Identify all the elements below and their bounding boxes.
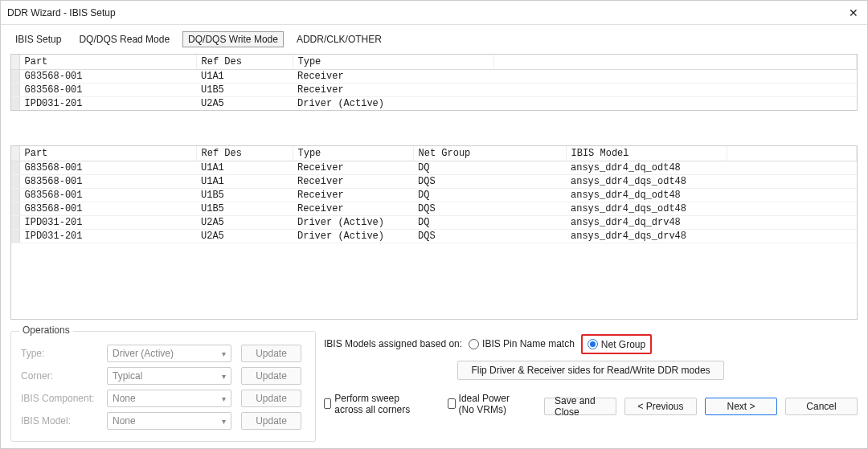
client-area: IBIS Setup DQ/DQS Read Mode DQ/DQS Write… bbox=[1, 25, 867, 448]
cell-type: Driver (Active) bbox=[293, 97, 493, 111]
cell-refdes: U1B5 bbox=[196, 189, 293, 202]
save-and-close-button[interactable]: Save and Close bbox=[544, 398, 616, 415]
cell-ibismodel: ansys_ddr4_dq_odt48 bbox=[566, 189, 727, 202]
table-row[interactable]: G83568-001U1A1ReceiverDQSansys_ddr4_dqs_… bbox=[11, 175, 857, 189]
table-row[interactable]: IPD031-201U2A5Driver (Active)DQSansys_dd… bbox=[11, 230, 857, 243]
ops-update-button-2[interactable]: Update bbox=[241, 390, 301, 407]
cell-type: Receiver bbox=[293, 161, 413, 175]
col2-netgroup[interactable]: Net Group bbox=[413, 146, 566, 161]
flip-driver-receiver-button[interactable]: Flip Driver & Receiver sides for Read/Wr… bbox=[457, 361, 723, 380]
titlebar: DDR Wizard - IBIS Setup ✕ bbox=[1, 1, 867, 25]
table-row[interactable]: G83568-001U1B5ReceiverDQansys_ddr4_dq_od… bbox=[11, 189, 857, 202]
tab-addr-clk-other[interactable]: ADDR/CLK/OTHER bbox=[292, 32, 387, 47]
col-part[interactable]: Part bbox=[19, 55, 196, 70]
radio-pin-name[interactable]: IBIS Pin Name match bbox=[469, 338, 575, 349]
cell-ibismodel: ansys_ddr4_dqs_drv48 bbox=[566, 230, 727, 243]
right-panel: IBIS Models assigned based on: IBIS Pin … bbox=[324, 331, 858, 415]
cell-netgroup: DQS bbox=[413, 202, 566, 216]
close-icon[interactable]: ✕ bbox=[846, 6, 861, 20]
chevron-down-icon: ▾ bbox=[222, 394, 226, 403]
ops-label: IBIS Component: bbox=[21, 393, 97, 404]
cell-refdes: U1B5 bbox=[196, 84, 293, 97]
radio-net-group[interactable]: Net Group bbox=[588, 339, 645, 350]
cell-part: G83568-001 bbox=[19, 175, 196, 189]
cell-refdes: U2A5 bbox=[196, 216, 293, 230]
cancel-button[interactable]: Cancel bbox=[785, 398, 858, 415]
ops-combo-0[interactable]: Driver (Active)▾ bbox=[107, 345, 231, 362]
cell-refdes: U1B5 bbox=[196, 202, 293, 216]
cell-ibismodel: ansys_ddr4_dq_drv48 bbox=[566, 216, 727, 230]
cell-netgroup: DQ bbox=[413, 216, 566, 230]
tab-strip: IBIS Setup DQ/DQS Read Mode DQ/DQS Write… bbox=[10, 31, 858, 47]
col2-ibismodel[interactable]: IBIS Model bbox=[566, 146, 727, 161]
parts-detail-table[interactable]: Part Ref Des Type Net Group IBIS Model G… bbox=[10, 145, 858, 320]
table-row[interactable]: G83568-001U1B5Receiver bbox=[11, 84, 857, 97]
ops-label: Corner: bbox=[21, 370, 97, 382]
cell-part: G83568-001 bbox=[19, 70, 196, 84]
cell-netgroup: DQ bbox=[413, 189, 566, 202]
ops-update-button-1[interactable]: Update bbox=[241, 367, 301, 385]
cell-part: IPD031-201 bbox=[19, 216, 196, 230]
cell-refdes: U2A5 bbox=[196, 97, 293, 111]
cell-netgroup: DQ bbox=[413, 161, 566, 175]
table-row[interactable]: IPD031-201U2A5Driver (Active) bbox=[11, 97, 857, 111]
parts-summary-table[interactable]: Part Ref Des Type G83568-001U1A1Receiver… bbox=[10, 54, 858, 111]
table-row[interactable]: IPD031-201U2A5Driver (Active)DQansys_ddr… bbox=[11, 216, 857, 230]
col-type[interactable]: Type bbox=[293, 55, 493, 70]
assign-row: IBIS Models assigned based on: IBIS Pin … bbox=[324, 334, 858, 354]
cell-type: Receiver bbox=[293, 202, 413, 216]
cell-refdes: U2A5 bbox=[196, 230, 293, 243]
cell-ibismodel: ansys_ddr4_dqs_odt48 bbox=[566, 202, 727, 216]
cell-type: Receiver bbox=[293, 189, 413, 202]
cell-part: G83568-001 bbox=[19, 161, 196, 175]
radio-dot-net bbox=[588, 339, 598, 349]
ops-update-button-0[interactable]: Update bbox=[241, 345, 301, 362]
table-row[interactable]: G83568-001U1A1ReceiverDQansys_ddr4_dq_od… bbox=[11, 161, 857, 175]
net-group-highlight: Net Group bbox=[581, 334, 652, 354]
previous-button[interactable]: < Previous bbox=[624, 398, 697, 415]
cell-ibismodel: ansys_ddr4_dqs_odt48 bbox=[566, 175, 727, 189]
cell-netgroup: DQS bbox=[413, 175, 566, 189]
ops-combo-3[interactable]: None▾ bbox=[107, 412, 231, 430]
chevron-down-icon: ▾ bbox=[222, 349, 226, 358]
cell-part: G83568-001 bbox=[19, 84, 196, 97]
table-row[interactable]: G83568-001U1A1Receiver bbox=[11, 70, 857, 84]
cell-part: G83568-001 bbox=[19, 202, 196, 216]
assign-label: IBIS Models assigned based on: bbox=[324, 338, 462, 349]
tab-ibis-setup[interactable]: IBIS Setup bbox=[10, 32, 66, 47]
next-button[interactable]: Next > bbox=[705, 398, 777, 415]
cell-refdes: U1A1 bbox=[196, 161, 293, 175]
ops-combo-2[interactable]: None▾ bbox=[107, 390, 231, 407]
tab-dqdqs-read[interactable]: DQ/DQS Read Mode bbox=[74, 32, 174, 47]
chevron-down-icon: ▾ bbox=[222, 372, 226, 381]
col-refdes[interactable]: Ref Des bbox=[196, 55, 293, 70]
cell-type: Receiver bbox=[293, 175, 413, 189]
combo-value: Driver (Active) bbox=[113, 348, 174, 359]
table-row[interactable]: G83568-001U1B5ReceiverDQSansys_ddr4_dqs_… bbox=[11, 202, 857, 216]
chevron-down-icon: ▾ bbox=[222, 417, 226, 426]
ops-combo-1[interactable]: Typical▾ bbox=[107, 367, 231, 385]
combo-value: None bbox=[113, 393, 136, 404]
check-ideal-power[interactable]: Ideal Power (No VRMs) bbox=[448, 393, 525, 415]
cell-type: Receiver bbox=[293, 70, 493, 84]
cell-part: IPD031-201 bbox=[19, 230, 196, 243]
cell-part: G83568-001 bbox=[19, 189, 196, 202]
col2-refdes[interactable]: Ref Des bbox=[196, 146, 293, 161]
check-sweep-corners[interactable]: Perform sweep across all corners bbox=[324, 393, 428, 415]
cell-part: IPD031-201 bbox=[19, 97, 196, 111]
bottom-panel: Operations Type:Driver (Active)▾UpdateCo… bbox=[10, 331, 858, 442]
tab-dqdqs-write[interactable]: DQ/DQS Write Mode bbox=[182, 31, 284, 47]
combo-value: Typical bbox=[113, 370, 142, 382]
cell-type: Receiver bbox=[293, 84, 493, 97]
col2-part[interactable]: Part bbox=[19, 146, 196, 161]
combo-value: None bbox=[113, 415, 136, 427]
window-title: DDR Wizard - IBIS Setup bbox=[7, 7, 846, 18]
radio-dot-pin bbox=[469, 339, 479, 349]
operations-group: Operations Type:Driver (Active)▾UpdateCo… bbox=[10, 331, 316, 442]
ops-update-button-3[interactable]: Update bbox=[241, 412, 301, 430]
checkbox-icon bbox=[448, 398, 455, 409]
cell-type: Driver (Active) bbox=[293, 216, 413, 230]
operations-title: Operations bbox=[19, 325, 73, 336]
checkbox-icon bbox=[324, 398, 331, 409]
col2-type[interactable]: Type bbox=[293, 146, 413, 161]
